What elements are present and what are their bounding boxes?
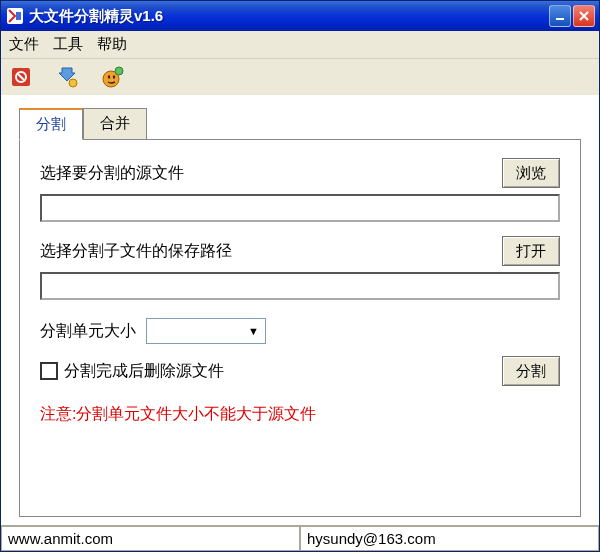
close-button[interactable] [573,5,595,27]
status-right: hysundy@163.com [300,526,599,551]
browse-button[interactable]: 浏览 [502,158,560,188]
toolbar-settings-icon[interactable] [55,65,79,89]
statusbar: www.anmit.com hysundy@163.com [1,525,599,551]
warning-text: 注意:分割单元文件大小不能大于源文件 [40,404,560,425]
window-controls [549,5,595,27]
svg-point-9 [113,75,115,79]
toolbar-stop-icon[interactable] [9,65,33,89]
open-button[interactable]: 打开 [502,236,560,266]
dest-path-label: 选择分割子文件的保存路径 [40,241,502,262]
tab-split[interactable]: 分割 [19,108,83,140]
svg-point-10 [115,67,123,75]
split-panel: 选择要分割的源文件 浏览 选择分割子文件的保存路径 打开 分割单元大小 ▼ 分割 [19,139,581,517]
menu-file[interactable]: 文件 [9,35,39,54]
svg-point-8 [108,75,110,79]
app-window: 大文件分割精灵v1.6 文件 工具 帮助 [0,0,600,552]
main-area: 分割 合并 选择要分割的源文件 浏览 选择分割子文件的保存路径 打开 分割单元大… [1,95,599,525]
tab-merge[interactable]: 合并 [83,108,147,140]
window-title: 大文件分割精灵v1.6 [29,7,549,26]
titlebar: 大文件分割精灵v1.6 [1,1,599,31]
unit-size-label: 分割单元大小 [40,321,136,342]
chevron-down-icon: ▼ [248,325,259,337]
minimize-button[interactable] [549,5,571,27]
source-file-input[interactable] [40,194,560,222]
menu-help[interactable]: 帮助 [97,35,127,54]
menu-tools[interactable]: 工具 [53,35,83,54]
toolbar-help-icon[interactable] [101,65,125,89]
svg-rect-1 [16,12,21,20]
delete-source-checkbox[interactable] [40,362,58,380]
menubar: 文件 工具 帮助 [1,31,599,59]
split-button[interactable]: 分割 [502,356,560,386]
app-icon [7,8,23,24]
dest-path-input[interactable] [40,272,560,300]
source-file-label: 选择要分割的源文件 [40,163,502,184]
toolbar [1,59,599,95]
delete-source-label: 分割完成后删除源文件 [64,361,224,382]
status-left: www.anmit.com [1,526,300,551]
svg-point-6 [69,79,77,87]
svg-rect-2 [556,18,564,20]
tab-row: 分割 合并 [19,107,581,139]
unit-size-combo[interactable]: ▼ [146,318,266,344]
